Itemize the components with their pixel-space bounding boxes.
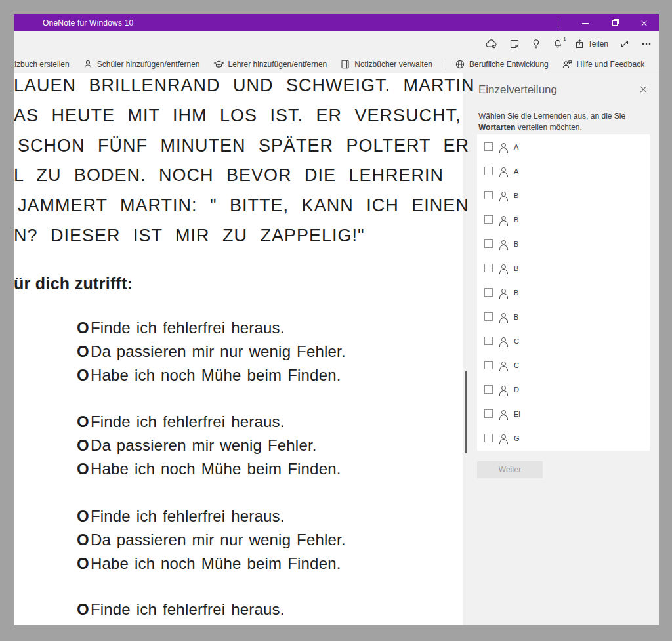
option-line: ODa passieren mir nur wenig Fehler. bbox=[77, 531, 346, 554]
student-row[interactable]: G bbox=[477, 426, 650, 450]
globe-icon bbox=[455, 59, 465, 70]
lightbulb-icon bbox=[531, 39, 541, 49]
notebook-icon bbox=[340, 59, 350, 70]
radio-marker: O bbox=[77, 413, 89, 430]
student-checkbox[interactable] bbox=[484, 385, 493, 394]
class-notebook-toolbar: tizbuch erstellen Schüler hinzufügen/ent… bbox=[14, 56, 659, 73]
toolbar-item-help-feedback[interactable]: Hilfe und Feedback bbox=[562, 59, 644, 70]
document-line: SCHON FÜNF MINUTEN SPÄTER POLTERT ER bbox=[18, 136, 469, 156]
radio-marker: O bbox=[77, 531, 89, 548]
option-line: OFinde ich fehlerfrei heraus. bbox=[77, 600, 285, 624]
toolbar-label: Notizbücher verwalten bbox=[354, 60, 432, 69]
radio-marker: O bbox=[77, 342, 89, 360]
document-line: L ZU BODEN. NOCH BEVOR DIE LEHRERIN bbox=[14, 165, 444, 186]
toolbar-label: Berufliche Entwicklung bbox=[469, 60, 549, 69]
document-page[interactable]: LAUEN BRILLENRAND UND SCHWEIGT. MARTIN A… bbox=[14, 73, 463, 625]
toolbar-item-create-notebook[interactable]: tizbuch erstellen bbox=[14, 60, 70, 69]
person-icon bbox=[499, 288, 508, 297]
radio-marker: O bbox=[77, 319, 89, 337]
student-name: C bbox=[514, 362, 519, 369]
notifications-button[interactable]: 1 bbox=[553, 39, 563, 49]
window-title: OneNote für Windows 10 bbox=[43, 18, 133, 28]
student-checkbox[interactable] bbox=[484, 337, 493, 345]
option-text: Habe ich noch Mühe beim Finden. bbox=[91, 554, 341, 572]
student-row[interactable]: B bbox=[477, 280, 650, 304]
student-row[interactable]: C bbox=[477, 353, 650, 377]
student-checkbox[interactable] bbox=[484, 434, 493, 442]
student-row[interactable]: B bbox=[477, 256, 650, 280]
more-options-button[interactable] bbox=[641, 39, 652, 49]
toolbar-item-add-remove-teachers[interactable]: Lehrer hinzufügen/entfernen bbox=[213, 59, 327, 70]
share-button[interactable]: Teilen bbox=[574, 39, 608, 49]
titlebar-separator bbox=[558, 19, 558, 28]
restore-button[interactable] bbox=[600, 14, 629, 31]
person-icon bbox=[499, 215, 508, 224]
student-name: B bbox=[514, 216, 518, 224]
option-text: Finde ich fehlerfrei heraus. bbox=[91, 413, 285, 430]
student-row[interactable]: A bbox=[477, 134, 650, 159]
title-bar: OneNote für Windows 10 bbox=[14, 14, 659, 31]
option-line: ODa passieren mir wenig Fehler. bbox=[77, 436, 341, 460]
toolbar-label: Schüler hinzufügen/entfernen bbox=[97, 60, 200, 69]
person-feedback-icon bbox=[562, 59, 573, 70]
sticky-notes-button[interactable] bbox=[509, 39, 520, 49]
weiter-button[interactable]: Weiter bbox=[477, 461, 543, 478]
person-icon bbox=[499, 191, 508, 200]
radio-marker: O bbox=[77, 600, 89, 618]
student-row[interactable]: B bbox=[477, 232, 650, 256]
student-row[interactable]: D bbox=[477, 377, 650, 402]
student-row[interactable]: C bbox=[477, 329, 650, 353]
document-line: AS HEUTE MIT IHM LOS IST. ER VERSUCHT, bbox=[14, 106, 461, 126]
student-checkbox[interactable] bbox=[484, 264, 493, 272]
student-checkbox[interactable] bbox=[484, 215, 493, 224]
einzelverteilung-pane: Einzelverteilung Wählen Sie die Lernende… bbox=[476, 73, 659, 625]
student-name: B bbox=[514, 313, 518, 321]
student-checkbox[interactable] bbox=[484, 409, 493, 418]
document-line: JAMMERT MARTIN: " BITTE, KANN ICH EINEN bbox=[18, 196, 469, 216]
student-checkbox[interactable] bbox=[484, 361, 493, 369]
student-row[interactable]: A bbox=[477, 159, 650, 183]
student-checkbox[interactable] bbox=[484, 312, 493, 321]
insights-button[interactable] bbox=[531, 39, 541, 49]
student-name: B bbox=[514, 192, 518, 199]
vertical-scrollbar-thumb[interactable] bbox=[465, 371, 467, 453]
toolbar-item-add-remove-students[interactable]: Schüler hinzufügen/entfernen bbox=[83, 59, 200, 70]
minimize-button[interactable] bbox=[570, 14, 600, 31]
option-line: OHabe ich noch Mühe beim Finden. bbox=[77, 460, 341, 484]
option-text: Finde ich fehlerfrei heraus. bbox=[91, 507, 285, 525]
student-row[interactable]: El bbox=[477, 402, 650, 426]
radio-marker: O bbox=[77, 507, 89, 525]
option-line: OFinde ich fehlerfrei heraus. bbox=[77, 319, 346, 342]
person-icon bbox=[499, 239, 508, 249]
description-bold: Wortarten bbox=[478, 123, 515, 132]
bell-icon bbox=[553, 39, 563, 49]
student-row[interactable]: B bbox=[477, 183, 650, 207]
student-row[interactable]: B bbox=[477, 207, 650, 232]
toolbar-separator bbox=[446, 58, 446, 70]
share-label: Teilen bbox=[588, 39, 608, 49]
toolbar-item-manage-notebooks[interactable]: Notizbücher verwalten bbox=[340, 59, 432, 70]
person-icon bbox=[499, 337, 508, 346]
radio-marker: O bbox=[77, 554, 89, 572]
person-icon bbox=[499, 361, 508, 370]
person-icon bbox=[499, 434, 508, 443]
option-text: Finde ich fehlerfrei heraus. bbox=[91, 600, 285, 618]
pane-close-icon[interactable] bbox=[639, 85, 647, 93]
fullscreen-button[interactable] bbox=[620, 39, 630, 49]
student-checkbox[interactable] bbox=[484, 191, 493, 199]
student-name: A bbox=[514, 143, 518, 151]
person-icon bbox=[83, 59, 93, 70]
restore-icon bbox=[612, 20, 618, 26]
toolbar-item-professional-development[interactable]: Berufliche Entwicklung bbox=[455, 59, 549, 70]
student-checkbox[interactable] bbox=[484, 142, 493, 151]
sync-status-button[interactable] bbox=[485, 39, 498, 49]
person-icon bbox=[499, 409, 508, 419]
window-controls bbox=[558, 14, 659, 31]
close-button[interactable] bbox=[629, 14, 659, 31]
student-checkbox[interactable] bbox=[484, 288, 493, 297]
student-checkbox[interactable] bbox=[484, 167, 493, 175]
student-name: El bbox=[514, 410, 520, 418]
person-icon bbox=[499, 167, 508, 176]
student-row[interactable]: B bbox=[477, 304, 650, 329]
student-checkbox[interactable] bbox=[484, 239, 493, 248]
